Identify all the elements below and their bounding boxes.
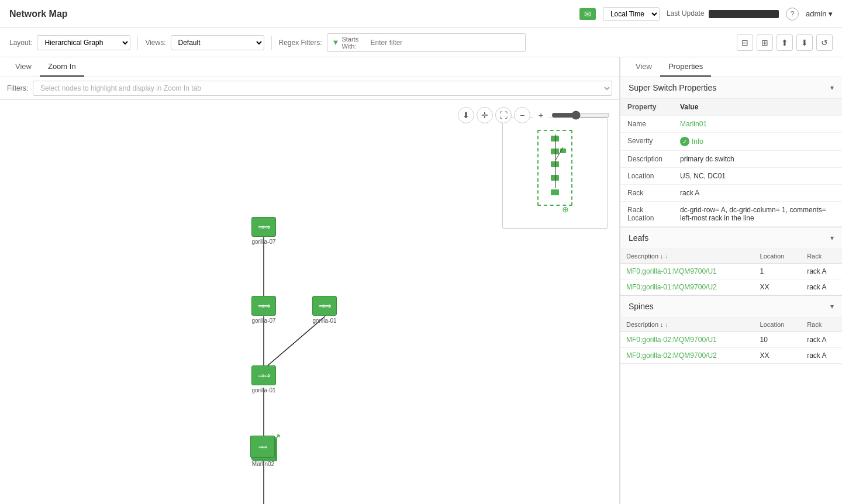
leafs-title: Leafs [629, 233, 648, 243]
spines-col-rack[interactable]: Rack [801, 317, 842, 332]
node-gorilla-07-top[interactable]: ⇒⇒ gorilla-07 [251, 217, 276, 245]
prop-row-rack-location: Rack Location dc-grid-row= A, dc-grid-co… [620, 202, 842, 227]
filter-input[interactable] [371, 39, 520, 47]
spines-header[interactable]: Spines ▾ [620, 296, 842, 317]
topbar-right: Local Time Last Update ? admin ▾ [579, 7, 833, 21]
email-icon[interactable] [579, 8, 596, 20]
node-box[interactable]: ⇒⇒ [251, 296, 276, 316]
node-stack[interactable]: ≡≡ ⇒⇒ ↗ [250, 436, 276, 459]
prop-label-location: Location [620, 168, 673, 185]
node-box[interactable]: ⇒⇒ [251, 217, 276, 237]
zoom-out-btn[interactable]: − [514, 107, 530, 123]
spines-desc-1[interactable]: MF0;gorilla-02:MQM9700/U2 [620, 348, 754, 364]
prop-table: Property Value Name Marlin01 Severity ✓ [620, 99, 842, 227]
app-title: Network Map [9, 9, 68, 19]
zoom-slider[interactable] [551, 111, 610, 120]
divider2 [271, 36, 272, 50]
spines-row-0: MF0;gorilla-02:MQM9700/U1 10 rack A [620, 332, 842, 348]
node-label: Marlin02 [252, 461, 274, 467]
spines-col-description[interactable]: Description ↓ [620, 317, 754, 332]
time-select[interactable]: Local Time [603, 7, 660, 21]
node-gorilla-01-bot[interactable]: ⇒⇒ gorilla-01 [251, 365, 276, 393]
spines-desc-0[interactable]: MF0;gorilla-02:MQM9700/U1 [620, 332, 754, 348]
tab-view[interactable]: View [7, 57, 40, 77]
node-label: gorilla-01 [312, 317, 336, 324]
super-switch-title: Super Switch Properties [629, 83, 716, 92]
leafs-header[interactable]: Leafs ▾ [620, 227, 842, 249]
severity-text: Info [692, 137, 703, 146]
spines-section: Spines ▾ Description ↓ Location Rack MF0… [620, 296, 842, 364]
node-marlin02[interactable]: ≡≡ ⇒⇒ ↗ Marlin02 [250, 436, 276, 467]
spines-rack-0: rack A [801, 332, 842, 348]
col-value: Value [673, 99, 842, 116]
node-icon: ⇒⇒ [319, 301, 330, 310]
leafs-rack-0: rack A [801, 264, 842, 279]
leafs-desc-0[interactable]: MF0;gorilla-01:MQM9700/U1 [620, 264, 754, 279]
node-label: gorilla-07 [251, 317, 275, 324]
leafs-loc-0: 1 [754, 264, 802, 279]
col-property: Property [620, 99, 673, 116]
help-icon[interactable]: ? [786, 8, 799, 20]
mini-map: ⊕ [502, 118, 608, 229]
right-panel: View Properties Super Switch Properties … [620, 57, 842, 504]
fit-ctrl-btn[interactable]: ⛶ [495, 107, 512, 123]
prop-value-name[interactable]: Marlin01 [680, 120, 707, 128]
spines-table: Description ↓ Location Rack MF0;gorilla-… [620, 317, 842, 364]
prop-label-name: Name [620, 116, 673, 133]
last-update-label: Last Update [667, 9, 779, 18]
prop-value-rack-location: dc-grid-row= A, dc-grid-column= 1, comme… [673, 202, 842, 227]
prop-label-rack-location: Rack Location [620, 202, 673, 227]
prop-value-description: primary dc switch [673, 151, 842, 168]
right-tab-properties[interactable]: Properties [660, 57, 711, 77]
leafs-desc-1[interactable]: MF0;gorilla-01:MQM9700/U2 [620, 279, 754, 295]
node-label: gorilla-07 [251, 239, 275, 245]
spines-col-location[interactable]: Location [754, 317, 802, 332]
topbar: Network Map Local Time Last Update ? adm… [0, 0, 842, 28]
last-update-bar [709, 10, 779, 18]
filter-wrap: ▼ Starts With: [327, 33, 526, 52]
node-label: gorilla-01 [251, 387, 275, 393]
node-gorilla-01-mid[interactable]: ⇒⇒ gorilla-01 [312, 296, 337, 324]
layout-select[interactable]: Hierarchical Graph [37, 35, 130, 50]
svg-line-7 [555, 147, 563, 160]
spines-row-1: MF0;gorilla-02:MQM9700/U2 XX rack A [620, 348, 842, 364]
views-label: Views: [145, 39, 165, 47]
prop-row-location: Location US, NC, DC01 [620, 168, 842, 185]
node-icon: ⇒⇒ [258, 222, 270, 232]
filters-select[interactable]: Select nodes to highlight and display in… [33, 81, 612, 96]
spines-loc-1: XX [754, 348, 802, 364]
main-layout: View Zoom In Filters: Select nodes to hi… [0, 57, 842, 504]
prop-value-location: US, NC, DC01 [673, 168, 842, 185]
refresh-icon[interactable]: ↺ [816, 34, 833, 51]
leafs-col-description[interactable]: Description ↓ [620, 249, 754, 264]
super-switch-chevron: ▾ [830, 84, 834, 92]
mini-map-svg [503, 118, 607, 228]
leafs-rack-1: rack A [801, 279, 842, 295]
prop-value-rack: rack A [673, 185, 842, 202]
node-box[interactable]: ⇒⇒ [312, 296, 337, 316]
expand-icon[interactable]: ⊞ [757, 34, 773, 51]
node-box[interactable]: ⇒⇒ [251, 365, 276, 385]
left-panel: View Zoom In Filters: Select nodes to hi… [0, 57, 620, 504]
starts-with-label: Starts With: [341, 36, 368, 50]
graph-area: ⬇ ✛ ⛶ − + [0, 100, 619, 504]
leafs-col-rack[interactable]: Rack [801, 249, 842, 264]
download-ctrl-btn[interactable]: ⬇ [458, 107, 474, 123]
admin-menu[interactable]: admin ▾ [806, 9, 833, 18]
super-switch-section: Super Switch Properties ▾ Property Value… [620, 77, 842, 227]
zoom-in-btn[interactable]: + [533, 107, 549, 123]
move-ctrl-btn[interactable]: ✛ [477, 107, 493, 123]
leafs-section: Leafs ▾ Description ↓ Location Rack MF0;… [620, 227, 842, 296]
node-gorilla-07-mid[interactable]: ⇒⇒ gorilla-07 [251, 296, 276, 324]
right-tab-view[interactable]: View [627, 57, 660, 77]
views-select[interactable]: Default [171, 35, 264, 50]
super-switch-header[interactable]: Super Switch Properties ▾ [620, 77, 842, 99]
spines-chevron: ▾ [830, 302, 834, 310]
leafs-col-location[interactable]: Location [754, 249, 802, 264]
fit-icon[interactable]: ⊟ [737, 34, 753, 51]
tab-zoom-in[interactable]: Zoom In [40, 57, 84, 77]
download-icon[interactable]: ⬇ [796, 34, 813, 51]
upload-icon[interactable]: ⬆ [777, 34, 793, 51]
filters-row: Filters: Select nodes to highlight and d… [0, 77, 619, 100]
graph-controls: ⬇ ✛ ⛶ − + [458, 107, 610, 123]
